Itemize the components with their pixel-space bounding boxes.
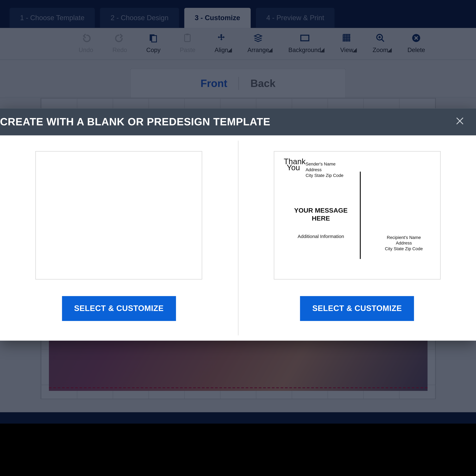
predesign-template-option: Thank You Sender's Name Address City Sta… — [238, 135, 476, 341]
sender-address: Address — [306, 167, 343, 172]
predesign-template-preview[interactable]: Thank You Sender's Name Address City Sta… — [274, 151, 441, 279]
modal-close-button[interactable] — [453, 115, 466, 129]
thank-you-script: Thank You — [284, 158, 303, 171]
additional-info: Additional Information — [282, 234, 360, 239]
vertical-divider — [360, 172, 361, 259]
select-predesign-button[interactable]: SELECT & CUSTOMIZE — [300, 296, 414, 321]
message-line1: YOUR MESSAGE — [282, 206, 360, 215]
button-label: SELECT & CUSTOMIZE — [312, 304, 402, 313]
blank-template-preview[interactable] — [35, 151, 202, 279]
recipient-address: Address — [375, 240, 432, 246]
recipient-block: Recipient's Name Address City State Zip … — [375, 235, 432, 252]
page-footer-band — [0, 424, 476, 476]
message-line2: HERE — [282, 214, 360, 222]
recipient-csz: City State Zip Code — [375, 246, 432, 252]
sender-name: Sender's Name — [306, 161, 343, 167]
template-modal: CREATE WITH A BLANK OR PREDESIGN TEMPLAT… — [0, 108, 476, 341]
blank-template-option: SELECT & CUSTOMIZE — [0, 135, 238, 341]
sender-csz: City State Zip Code — [306, 172, 343, 178]
modal-title: CREATE WITH A BLANK OR PREDESIGN TEMPLAT… — [0, 116, 270, 128]
button-label: SELECT & CUSTOMIZE — [74, 304, 164, 313]
modal-header: CREATE WITH A BLANK OR PREDESIGN TEMPLAT… — [0, 108, 476, 136]
predesign-preview-content: Thank You Sender's Name Address City Sta… — [274, 152, 440, 279]
recipient-name: Recipient's Name — [375, 235, 432, 240]
select-blank-button[interactable]: SELECT & CUSTOMIZE — [62, 296, 176, 321]
close-icon — [455, 116, 465, 128]
sender-block: Sender's Name Address City State Zip Cod… — [306, 161, 343, 178]
message-block: YOUR MESSAGE HERE — [282, 206, 360, 222]
